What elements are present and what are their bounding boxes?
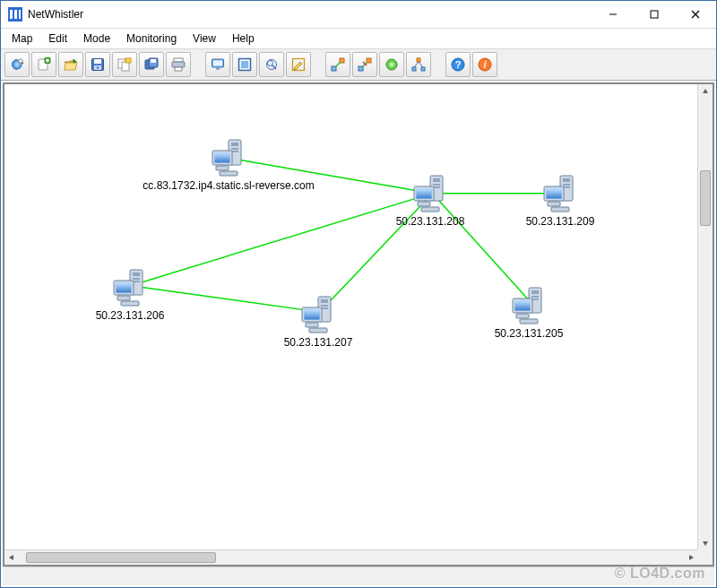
svg-rect-48 <box>421 67 425 71</box>
svg-rect-71 <box>418 202 430 206</box>
toolbar: ?i <box>1 48 716 81</box>
svg-rect-62 <box>216 166 229 170</box>
info-button[interactable]: i <box>472 52 497 77</box>
close-button[interactable] <box>675 1 716 28</box>
svg-line-50 <box>419 62 423 67</box>
computer-icon <box>209 138 248 177</box>
network-node[interactable]: 50.23.131.207 <box>246 295 390 349</box>
canvas-area: cc.83.1732.ip4.static.sl-reverse.com 50.… <box>3 82 714 566</box>
svg-rect-65 <box>433 178 440 182</box>
minimize-button[interactable] <box>592 1 634 28</box>
svg-text:?: ? <box>455 59 462 70</box>
computer-icon <box>540 174 580 213</box>
svg-rect-72 <box>421 207 439 212</box>
svg-rect-83 <box>133 272 140 276</box>
computer-icon <box>509 286 549 325</box>
svg-rect-5 <box>651 11 658 18</box>
computer-icon <box>298 295 338 334</box>
svg-rect-106 <box>515 301 531 311</box>
monitor-button[interactable] <box>205 52 230 77</box>
info-icon: i <box>478 57 492 72</box>
app-title: NetWhistler <box>28 8 83 21</box>
horizontal-scrollbar[interactable] <box>4 549 698 565</box>
network-node[interactable]: 50.23.131.206 <box>58 268 202 322</box>
computer-icon <box>110 268 150 307</box>
node-label: cc.83.1732.ip4.static.sl-reverse.com <box>143 179 314 192</box>
open-map-icon <box>64 57 78 72</box>
topology-icon <box>411 57 426 72</box>
new-map-icon <box>37 57 51 72</box>
network-node[interactable]: 50.23.131.205 <box>457 286 600 340</box>
vertical-scroll-track[interactable] <box>698 99 713 536</box>
svg-rect-32 <box>241 61 248 68</box>
svg-rect-63 <box>220 171 238 176</box>
svg-rect-3 <box>19 10 21 19</box>
scroll-corner <box>698 550 713 565</box>
edit-note-button[interactable] <box>286 52 311 77</box>
app-window: NetWhistler MapEditModeMonitoringViewHel… <box>0 0 717 588</box>
scroll-up-button[interactable] <box>698 84 713 99</box>
svg-rect-75 <box>563 184 570 186</box>
topology-button[interactable] <box>406 52 431 77</box>
svg-rect-80 <box>548 202 560 206</box>
new-map-button[interactable] <box>31 52 56 77</box>
link-add-button[interactable] <box>325 52 350 77</box>
scroll-down-button[interactable] <box>698 536 713 550</box>
help-icon: ? <box>451 57 465 72</box>
svg-rect-107 <box>516 314 529 318</box>
svg-point-34 <box>268 61 273 66</box>
help-button[interactable]: ? <box>445 52 471 77</box>
vertical-scroll-thumb[interactable] <box>700 170 711 226</box>
save-all-button[interactable] <box>139 52 164 77</box>
open-map-button[interactable] <box>58 52 83 77</box>
link-add-icon <box>331 57 345 72</box>
svg-rect-2 <box>14 10 17 19</box>
save-all-icon <box>144 57 159 72</box>
svg-rect-16 <box>94 59 101 64</box>
print-icon <box>171 57 186 72</box>
watermark: © LO4D.com <box>615 566 705 582</box>
svg-rect-93 <box>321 305 328 307</box>
svg-rect-84 <box>133 278 140 280</box>
menu-mode[interactable]: Mode <box>76 30 117 47</box>
svg-rect-70 <box>417 189 432 199</box>
start-monitor-button[interactable] <box>379 52 404 77</box>
svg-rect-46 <box>417 58 420 62</box>
maximize-button[interactable] <box>634 1 675 28</box>
scroll-right-button[interactable] <box>684 550 698 565</box>
menu-monitoring[interactable]: Monitoring <box>119 30 184 47</box>
network-node[interactable]: 50.23.131.208 <box>358 174 502 228</box>
svg-point-45 <box>390 63 394 67</box>
network-map-canvas[interactable]: cc.83.1732.ip4.static.sl-reverse.com 50.… <box>4 84 698 550</box>
tile-icon <box>238 57 252 72</box>
link-remove-button[interactable] <box>352 52 377 77</box>
copy-icon <box>117 57 132 72</box>
save-button[interactable] <box>85 52 110 77</box>
network-node[interactable]: 50.23.131.209 <box>488 174 632 228</box>
svg-rect-57 <box>231 148 238 150</box>
menu-view[interactable]: View <box>186 30 223 47</box>
svg-rect-98 <box>306 323 318 327</box>
svg-marker-109 <box>703 89 708 93</box>
menubar: MapEditModeMonitoringViewHelp <box>1 29 716 48</box>
svg-marker-112 <box>689 555 694 560</box>
menu-map[interactable]: Map <box>4 30 39 47</box>
horizontal-scroll-track[interactable] <box>19 550 684 565</box>
menu-help[interactable]: Help <box>225 30 262 47</box>
menu-edit[interactable]: Edit <box>41 30 74 47</box>
tile-button[interactable] <box>232 52 257 77</box>
edit-note-icon <box>291 57 306 72</box>
svg-rect-61 <box>215 153 230 163</box>
print-button[interactable] <box>166 52 191 77</box>
find-button[interactable] <box>259 52 284 77</box>
node-label: 50.23.131.206 <box>96 309 165 322</box>
link-remove-icon <box>358 57 372 72</box>
horizontal-scroll-thumb[interactable] <box>26 552 216 563</box>
scroll-left-button[interactable] <box>4 550 19 565</box>
copy-button[interactable] <box>112 52 137 77</box>
discover-button[interactable] <box>4 52 30 77</box>
network-node[interactable]: cc.83.1732.ip4.static.sl-reverse.com <box>157 138 300 192</box>
discover-icon <box>10 57 24 72</box>
vertical-scrollbar[interactable] <box>697 84 713 550</box>
svg-rect-29 <box>213 61 222 66</box>
